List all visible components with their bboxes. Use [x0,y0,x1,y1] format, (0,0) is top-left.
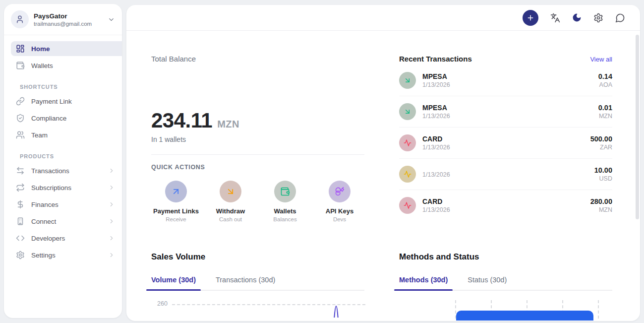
quick-actions-title: QUICK ACTIONS [151,164,364,171]
sidebar-item-label: Settings [31,252,56,259]
transaction-row[interactable]: CARD 1/13/2026 280.00 MZN [399,190,612,221]
moon-icon [572,13,582,22]
quick-action-sublabel: Receive [166,216,186,222]
sidebar-item-label: Wallets [31,62,53,69]
transaction-amount: 10.00 [594,166,612,174]
sidebar-item-compliance[interactable]: Compliance [11,111,122,126]
transaction-currency: USD [594,175,612,182]
sidebar-item-transactions[interactable]: Transactions [11,163,122,178]
recent-transactions-title: Recent Transactions [399,55,472,63]
sidebar-item-finances[interactable]: Finances [11,197,122,212]
methods-status-tabs: Methods (30d) Status (30d) [399,276,612,291]
arrows-left-right-icon [16,166,25,175]
quick-action-withdraw[interactable]: Withdraw Cash out [206,181,255,222]
sidebar-item-label: Compliance [31,115,66,122]
methods-chart [399,292,612,318]
settings-button[interactable] [593,13,603,23]
sidebar-item-settings[interactable]: Settings [11,248,122,262]
transaction-name: CARD [422,197,450,205]
quick-action-wallets[interactable]: Wallets Balances [260,181,310,222]
quick-actions: Payment Links Receive Withdraw Cash out [151,181,364,222]
sales-volume-chart: 260 [151,292,364,318]
tab-status-30d[interactable]: Status (30d) [468,276,507,290]
transaction-currency: ZAR [590,144,612,151]
sidebar-item-subscriptions[interactable]: Subscriptions [11,180,122,195]
transaction-date: 1/13/2026 [422,171,450,178]
transaction-row[interactable]: MPESA 1/13/2026 0.14 AOA [399,65,612,96]
language-button[interactable] [550,13,560,23]
sidebar-item-team[interactable]: Team [11,128,122,142]
transaction-currency: MZN [590,206,612,213]
transaction-date: 1/13/2026 [422,144,450,151]
user-icon [15,15,24,24]
y-axis-tick: 260 [157,300,168,307]
gear-icon [16,251,25,259]
methods-bar [456,311,593,321]
transaction-amount: 0.01 [598,104,612,112]
gridline [598,300,599,319]
quick-action-label: Withdraw [216,207,245,215]
sidebar-item-label: Connect [31,218,56,225]
transaction-row[interactable]: CARD 1/13/2026 500.00 ZAR [399,128,612,159]
transaction-name: MPESA [422,104,450,112]
account-switcher[interactable]: PaysGator trailmanus@gmail.com [4,4,122,35]
dashboard-content: Total Balance 234.11 MZN In 1 wallets QU… [126,31,640,318]
dollar-icon [16,200,25,209]
sidebar-section-products: PRODUCTS [20,153,122,159]
activity-icon [399,166,416,183]
tab-volume-30d[interactable]: Volume (30d) [151,276,196,290]
view-all-link[interactable]: View all [590,56,612,63]
languages-icon [550,13,560,23]
sidebar-item-wallets[interactable]: Wallets [11,58,122,73]
sidebar-item-label: Team [31,131,48,139]
transaction-amount: 280.00 [590,197,612,205]
arrow-down-right-icon [220,181,241,202]
chevron-right-icon [108,167,115,174]
sidebar-item-label: Home [31,45,50,53]
account-email: trailmanus@gmail.com [34,21,92,27]
balance-subtitle: In 1 wallets [151,135,364,143]
tab-transactions-30d[interactable]: Transactions (30d) [216,276,275,290]
sales-volume-tabs: Volume (30d) Transactions (30d) [151,276,364,291]
chat-button[interactable] [615,13,625,23]
sidebar-item-label: Transactions [31,167,69,175]
main-panel: Total Balance 234.11 MZN In 1 wallets QU… [126,5,640,321]
sidebar-item-developers[interactable]: Developers [11,231,122,246]
transaction-row[interactable]: 1/13/2026 10.00 USD [399,159,612,190]
transaction-row[interactable]: MPESA 1/13/2026 0.01 MZN [399,96,612,128]
sidebar-item-home[interactable]: Home [11,41,122,56]
scrollbar-thumb[interactable] [636,35,639,219]
chevron-right-icon [108,218,115,225]
tab-methods-30d[interactable]: Methods (30d) [399,276,448,290]
sidebar-item-label: Subscriptions [31,184,71,192]
sidebar-item-label: Finances [31,201,59,208]
transactions-list: MPESA 1/13/2026 0.14 AOA MPESA 1/13/2026… [399,65,612,221]
sidebar-section-shortcuts: SHORTCUTS [20,84,122,90]
add-button[interactable] [523,10,538,26]
activity-icon [399,197,416,214]
divider [151,154,364,155]
transaction-date: 1/13/2026 [422,206,450,213]
sidebar-item-connect[interactable]: Connect [11,214,122,229]
code-icon [16,234,25,243]
quick-action-sublabel: Devs [333,216,346,222]
methods-status-section: Methods and Status Methods (30d) Status … [399,252,612,318]
transaction-name: CARD [422,135,450,143]
transaction-date: 1/13/2026 [422,113,450,120]
arrow-down-right-icon [399,72,416,89]
chevron-right-icon [108,184,115,191]
quick-action-api-keys[interactable]: API Keys Devs [315,181,364,222]
dashboard-grid-icon [16,44,25,53]
plus-icon [527,14,534,22]
chevron-right-icon [108,235,115,242]
chevron-down-icon [108,16,115,23]
dark-mode-button[interactable] [572,13,582,22]
link-icon [16,97,25,106]
repeat-icon [16,183,25,192]
quick-action-label: API Keys [326,207,353,215]
shield-check-icon [16,114,25,123]
key-icon [329,181,351,202]
chevron-right-icon [108,201,115,208]
quick-action-payment-links[interactable]: Payment Links Receive [151,181,201,222]
sidebar-item-payment-link[interactable]: Payment Link [11,94,122,109]
